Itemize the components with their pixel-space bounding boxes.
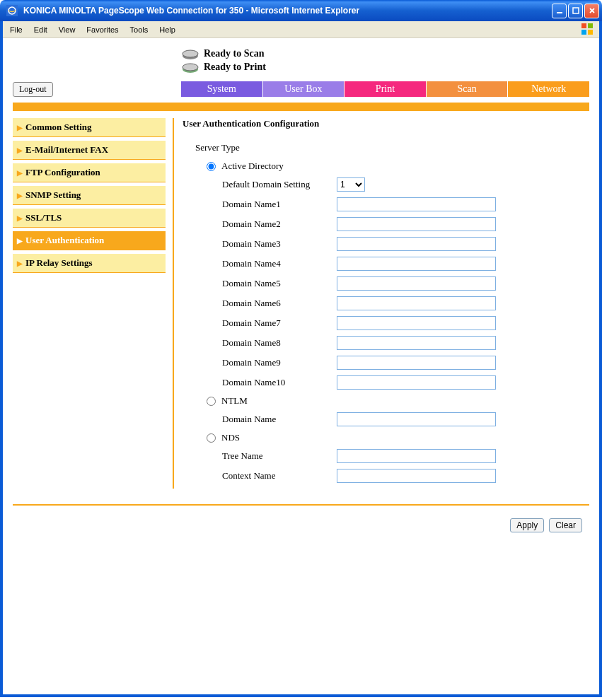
menu-edit[interactable]: Edit <box>28 23 53 37</box>
menu-file[interactable]: File <box>4 23 28 37</box>
content-panel: User Authentication Configuration Server… <box>174 118 589 489</box>
svg-rect-7 <box>588 30 593 35</box>
tab-user-box[interactable]: User Box <box>263 81 345 97</box>
window-titlebar: KONICA MINOLTA PageScope Web Connection … <box>0 0 602 21</box>
domain5-label: Domain Name5 <box>183 278 337 289</box>
menu-view[interactable]: View <box>53 23 81 37</box>
sidebar-item-label: Common Setting <box>25 122 92 133</box>
sidebar-item-label: User Authentication <box>25 235 104 246</box>
domain5-input[interactable] <box>337 276 496 291</box>
nds-context-input[interactable] <box>337 469 496 483</box>
domain9-input[interactable] <box>337 356 496 370</box>
arrow-icon: ▶ <box>17 146 23 154</box>
sidebar-item-common-setting[interactable]: ▶Common Setting <box>13 118 166 137</box>
domain8-label: Domain Name8 <box>183 337 337 349</box>
default-domain-label: Default Domain Setting <box>183 179 337 190</box>
arrow-icon: ▶ <box>17 169 23 177</box>
domain6-label: Domain Name6 <box>183 298 337 309</box>
svg-rect-5 <box>588 23 593 28</box>
sidebar-item-label: E-Mail/Internet FAX <box>25 144 108 156</box>
ie-app-icon <box>6 5 18 16</box>
sidebar-item-label: SSL/TLS <box>25 212 62 223</box>
status-ready-to-scan: Ready to Scan <box>181 47 266 60</box>
sidebar-item-email-fax[interactable]: ▶E-Mail/Internet FAX <box>13 141 166 160</box>
nds-context-label: Context Name <box>183 470 337 482</box>
arrow-icon: ▶ <box>17 259 23 267</box>
domain3-input[interactable] <box>337 237 496 251</box>
window-close-button[interactable] <box>584 4 599 18</box>
domain8-input[interactable] <box>337 336 496 350</box>
menu-tools[interactable]: Tools <box>125 23 154 37</box>
radio-nds[interactable] <box>207 433 216 443</box>
ntlm-domain-input[interactable] <box>337 412 496 426</box>
clear-button[interactable]: Clear <box>549 518 582 532</box>
svg-point-9 <box>183 50 198 57</box>
sidebar-item-ip-relay[interactable]: ▶IP Relay Settings <box>13 254 166 273</box>
domain3-label: Domain Name3 <box>183 238 337 250</box>
sidebar-item-ssl-tls[interactable]: ▶SSL/TLS <box>13 209 166 228</box>
tab-network[interactable]: Network <box>508 81 589 97</box>
svg-rect-4 <box>581 23 586 28</box>
arrow-icon: ▶ <box>17 192 23 199</box>
window-title: KONICA MINOLTA PageScope Web Connection … <box>21 6 552 16</box>
nds-tree-label: Tree Name <box>183 450 337 462</box>
svg-rect-3 <box>573 8 579 13</box>
scanner-icon <box>181 47 199 60</box>
domain4-input[interactable] <box>337 257 496 271</box>
svg-rect-2 <box>557 12 562 13</box>
domain1-label: Domain Name1 <box>183 199 337 210</box>
svg-rect-6 <box>581 30 586 35</box>
domain10-input[interactable] <box>337 375 496 390</box>
domain7-label: Domain Name7 <box>183 317 337 329</box>
tab-scan[interactable]: Scan <box>427 81 508 97</box>
domain7-input[interactable] <box>337 316 496 330</box>
window-maximize-button[interactable] <box>568 4 583 18</box>
tab-system[interactable]: System <box>181 81 262 97</box>
domain6-input[interactable] <box>337 296 496 310</box>
browser-menubar: File Edit View Favorites Tools Help <box>3 21 599 38</box>
sidebar: ▶Common Setting ▶E-Mail/Internet FAX ▶FT… <box>13 118 173 489</box>
ntlm-domain-label: Domain Name <box>183 414 337 425</box>
menu-favorites[interactable]: Favorites <box>81 23 124 37</box>
tab-print[interactable]: Print <box>345 81 426 97</box>
default-domain-select[interactable]: 1 <box>337 177 365 192</box>
nds-tree-input[interactable] <box>337 449 496 463</box>
sidebar-item-user-authentication[interactable]: ▶User Authentication <box>13 231 166 250</box>
radio-ntlm[interactable] <box>207 397 216 406</box>
logout-button[interactable]: Log-out <box>13 82 53 97</box>
radio-label-active-directory: Active Directory <box>221 161 284 172</box>
arrow-icon: ▶ <box>17 124 23 132</box>
arrow-icon: ▶ <box>17 237 23 245</box>
printer-icon <box>181 61 199 74</box>
radio-label-ntlm: NTLM <box>221 395 248 407</box>
sidebar-item-ftp[interactable]: ▶FTP Configuration <box>13 163 166 182</box>
menu-help[interactable]: Help <box>154 23 181 37</box>
sidebar-item-snmp[interactable]: ▶SNMP Setting <box>13 186 166 205</box>
sidebar-item-label: IP Relay Settings <box>25 257 93 269</box>
sidebar-item-label: SNMP Setting <box>25 189 81 201</box>
server-type-label: Server Type <box>195 142 589 153</box>
svg-point-11 <box>183 64 198 71</box>
radio-active-directory[interactable] <box>207 162 216 171</box>
orange-divider-bar <box>13 103 589 111</box>
domain2-label: Domain Name2 <box>183 218 337 230</box>
radio-label-nds: NDS <box>221 432 240 443</box>
arrow-icon: ▶ <box>17 214 23 222</box>
domain10-label: Domain Name10 <box>183 377 337 388</box>
windows-logo-icon <box>575 20 598 40</box>
sidebar-item-label: FTP Configuration <box>25 167 100 178</box>
domain2-input[interactable] <box>337 217 496 231</box>
apply-button[interactable]: Apply <box>510 518 544 532</box>
domain4-label: Domain Name4 <box>183 258 337 269</box>
page-title: User Authentication Configuration <box>183 118 589 129</box>
status-ready-to-print: Ready to Print <box>181 61 266 74</box>
domain1-input[interactable] <box>337 197 496 211</box>
window-minimize-button[interactable] <box>552 4 567 18</box>
domain9-label: Domain Name9 <box>183 357 337 368</box>
